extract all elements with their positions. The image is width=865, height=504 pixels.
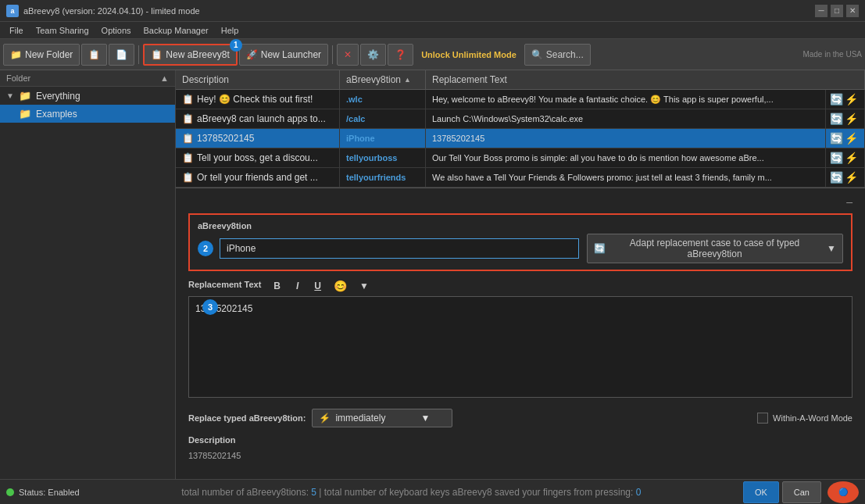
td-desc-1: 📋 Hey! 😊 Check this out first! — [176, 90, 340, 109]
replacement-textarea[interactable] — [188, 296, 852, 398]
title-bar-text: aBreevy8 (version: 2024.04.10) - limited… — [23, 6, 200, 16]
menu-options[interactable]: Options — [95, 24, 138, 37]
within-word-checkbox[interactable] — [757, 413, 768, 424]
menu-help[interactable]: Help — [215, 24, 245, 37]
action-icon-3a[interactable]: 🔄 — [830, 132, 843, 145]
td-replacement-1: Hey, welcome to aBreevy8! You made a fan… — [426, 90, 826, 109]
more-format-button[interactable]: ▼ — [356, 279, 372, 293]
td-actions-2: 🔄 ⚡ — [826, 109, 865, 128]
close-button[interactable]: ✕ — [846, 5, 859, 17]
copy-button[interactable]: 📋 — [81, 44, 107, 66]
copy-icon: 📋 — [88, 49, 100, 60]
action-icon-1b[interactable]: ⚡ — [845, 93, 858, 105]
detail-collapse-btn[interactable]: ─ — [846, 198, 852, 207]
td-actions-3: 🔄 ⚡ — [826, 129, 865, 148]
toolbar: 📁 New Folder 📋 📄 📋 New aBreevy8t 1 🚀 New… — [0, 39, 865, 70]
action-icon-4a[interactable]: 🔄 — [830, 152, 843, 164]
sidebar-item-examples[interactable]: 📁 Examples — [0, 105, 175, 123]
within-word-label: Within-A-Word Mode — [773, 413, 852, 423]
abreevy-input-row: 2 🔄 Adapt replacement case to case of ty… — [198, 234, 843, 263]
badge-2: 2 — [198, 241, 213, 256]
badge-1: 1 — [230, 39, 242, 52]
action-icon-4b[interactable]: ⚡ — [845, 152, 858, 164]
replacement-label-row: Replacement Text B I U 😊 ▼ — [188, 279, 852, 293]
replace-label: Replace typed aBreevy8tion: — [188, 413, 306, 423]
maximize-button[interactable]: □ — [831, 5, 843, 17]
table-row[interactable]: 📋 Hey! 😊 Check this out first! .wlc Hey,… — [176, 90, 865, 109]
ok-button[interactable]: OK — [743, 481, 779, 503]
abreevy-input[interactable] — [220, 238, 579, 259]
action-icon-2b[interactable]: ⚡ — [845, 113, 858, 125]
replace-dropdown[interactable]: ⚡ immediately ▼ — [312, 409, 452, 427]
delete-button[interactable]: ✕ — [337, 44, 359, 66]
app-icon: a — [6, 5, 19, 17]
status-center: total number of aBreevy8tions: 5 | total… — [80, 487, 743, 498]
expand-icon: ▼ — [6, 91, 14, 100]
folder-label-examples: Examples — [36, 109, 77, 120]
td-replacement-5: We also have a Tell Your Friends & Follo… — [426, 168, 826, 187]
title-bar-controls: ─ □ ✕ — [815, 5, 859, 17]
td-abreevy-1: .wlc — [340, 90, 426, 109]
th-abreevy[interactable]: aBreevy8tion ▲ — [340, 70, 426, 89]
new-folder-button[interactable]: 📁 New Folder — [3, 44, 80, 66]
action-icon-3b[interactable]: ⚡ — [845, 132, 858, 145]
title-bar-left: a aBreevy8 (version: 2024.04.10) - limit… — [6, 5, 200, 17]
folder-icon-everything: 📁 — [19, 90, 31, 102]
within-word-check: Within-A-Word Mode — [757, 413, 852, 424]
help-button[interactable]: ❓ — [388, 44, 413, 66]
sort-icon: ▲ — [404, 76, 411, 84]
status-left: Status: Enabled — [6, 488, 80, 497]
minimize-button[interactable]: ─ — [815, 5, 827, 17]
action-icon-2a[interactable]: 🔄 — [830, 113, 843, 125]
description-value: 13785202145 — [188, 448, 852, 463]
replace-option-text: immediately — [335, 413, 385, 424]
action-icon-5b[interactable]: ⚡ — [845, 171, 858, 184]
menu-file[interactable]: File — [3, 24, 30, 37]
status-text: Status: Enabled — [19, 488, 80, 497]
new-launcher-button[interactable]: 🚀 New Launcher — [239, 44, 328, 66]
cancel-button[interactable]: Can — [782, 481, 821, 503]
underline-button[interactable]: U — [311, 279, 324, 293]
folder-icon-examples: 📁 — [19, 108, 31, 120]
sort-arrow: ▲ — [160, 73, 169, 83]
td-actions-1: 🔄 ⚡ — [826, 90, 865, 109]
row-icon-2: 📋 — [182, 113, 194, 124]
action-icon-5a[interactable]: 🔄 — [830, 171, 843, 184]
td-desc-2: 📋 aBreevy8 can launch apps to... — [176, 109, 340, 128]
sidebar-item-everything[interactable]: ▼ 📁 Everything — [0, 87, 175, 105]
made-in-usa: Made in the USA — [802, 50, 862, 59]
table-row[interactable]: 📋 13785202145 iPhone 13785202145 🔄 ⚡ — [176, 129, 865, 148]
main-area: Folder ▲ ▼ 📁 Everything 📁 Examples Descr… — [0, 70, 865, 479]
table-row[interactable]: 📋 aBreevy8 can launch apps to... /calc L… — [176, 109, 865, 129]
unlock-button[interactable]: Unlock Unlimited Mode — [415, 48, 523, 62]
settings-button[interactable]: ⚙️ — [360, 44, 386, 66]
search-button[interactable]: 🔍 Search... — [524, 44, 591, 66]
dropdown-arrow: ▼ — [421, 413, 431, 424]
separator-2 — [332, 45, 333, 64]
td-abreevy-5: tellyourfriends — [340, 168, 426, 187]
row-icon-4: 📋 — [182, 152, 194, 163]
status-indicator — [6, 488, 14, 496]
table-row[interactable]: 📋 Tell your boss, get a discou... tellyo… — [176, 148, 865, 168]
emoji-button[interactable]: 😊 — [334, 280, 347, 292]
menu-bar: File Team Sharing Options Backup Manager… — [0, 22, 865, 39]
table-header: Description aBreevy8tion ▲ Replacement T… — [176, 70, 865, 90]
adapt-case-dropdown[interactable]: 🔄 Adapt replacement case to case of type… — [587, 234, 843, 263]
lightning-icon: ⚡ — [319, 413, 331, 424]
paste-button[interactable]: 📄 — [109, 44, 134, 66]
new-abreevy-icon: 📋 — [151, 49, 163, 60]
table-row[interactable]: 📋 Or tell your friends and get ... telly… — [176, 168, 865, 188]
menu-backup-manager[interactable]: Backup Manager — [138, 24, 215, 37]
folder-label-everything: Everything — [36, 91, 80, 102]
detail-header: ─ — [188, 198, 852, 207]
menu-team-sharing[interactable]: Team Sharing — [30, 24, 95, 37]
td-abreevy-4: tellyourboss — [340, 148, 426, 167]
sidebar-header: Folder ▲ — [0, 70, 175, 87]
rocket-icon: 🚀 — [246, 49, 258, 60]
bold-button[interactable]: B — [270, 279, 284, 293]
new-abreevy-button[interactable]: 📋 New aBreevy8t 1 — [143, 44, 237, 66]
italic-button[interactable]: I — [293, 279, 302, 293]
action-icon-1a[interactable]: 🔄 — [830, 93, 843, 105]
paste-icon: 📄 — [116, 49, 127, 60]
description-section: Description 13785202145 — [188, 435, 852, 463]
